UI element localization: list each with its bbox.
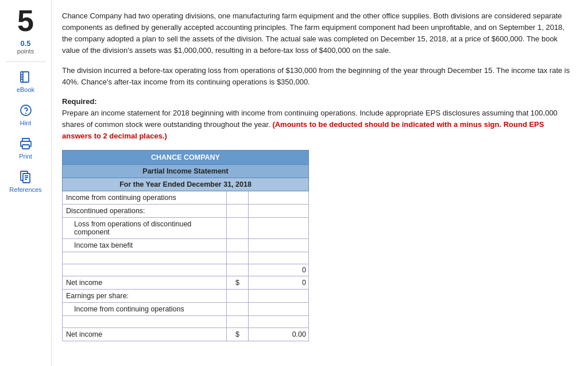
svg-rect-9 — [23, 174, 30, 183]
row-value-cell-7 — [249, 290, 309, 303]
financial-table: CHANCE COMPANY Partial Income Statement … — [62, 150, 309, 341]
row-value-cell-1 — [249, 205, 309, 218]
row-dollar-cell-2 — [227, 218, 249, 239]
references-icon — [17, 169, 33, 185]
table-row-7: Earnings per share: — [63, 290, 309, 303]
row-input-9-label[interactable] — [63, 316, 226, 328]
points-label: points — [17, 48, 34, 55]
row-value-cell-3 — [249, 239, 309, 252]
row-input-2[interactable] — [249, 222, 308, 234]
row-value-cell-2 — [249, 218, 309, 239]
sidebar-divider — [6, 61, 46, 62]
table-company-name: CHANCE COMPANY — [63, 151, 309, 165]
row-label-3: Income tax benefit — [63, 239, 227, 252]
svg-rect-7 — [22, 145, 29, 149]
table-row-4 — [63, 252, 309, 264]
row-dollar-cell-0 — [227, 191, 249, 205]
required-section: Required: Prepare an income statement fo… — [62, 96, 575, 142]
main-content: Chance Company had two operating divisio… — [52, 0, 588, 366]
problem-body2: The division incurred a before-tax opera… — [62, 65, 575, 88]
row-dollar-9 — [227, 316, 249, 328]
row-value-5: 0 — [249, 264, 309, 276]
print-icon — [18, 136, 34, 152]
sidebar: 5 0.5 points eBook — [0, 0, 52, 366]
row-label-1: Discontinued operations: — [63, 205, 227, 218]
row-label-6: Net income — [63, 276, 227, 290]
points-value: 0.5 — [20, 39, 30, 48]
table-row-2: Loss from operations of discontinued com… — [63, 218, 309, 239]
sidebar-item-hint[interactable]: Hint — [18, 102, 34, 126]
row-dollar-4 — [227, 252, 249, 264]
svg-point-5 — [21, 105, 31, 115]
row-dollar-cell-8 — [227, 303, 249, 316]
sidebar-item-ebook[interactable]: eBook — [17, 69, 34, 93]
sidebar-item-print[interactable]: Print — [18, 136, 34, 160]
row-value-cell-8 — [249, 303, 309, 316]
row-input-4-value[interactable] — [249, 252, 308, 264]
row-label-0: Income from continuing operations — [63, 191, 227, 205]
row-dollar-cell-6: $ — [227, 276, 249, 290]
table-statement-title: Partial Income Statement — [63, 165, 309, 178]
hint-label: Hint — [20, 120, 32, 126]
question-number: 5 — [17, 6, 34, 36]
row-label-8: Income from continuing operations — [63, 303, 227, 316]
hint-icon — [18, 102, 34, 118]
table-row-10: Net income$0.00 — [63, 328, 309, 341]
row-dollar-cell-7 — [227, 290, 249, 303]
row-input-5-label[interactable] — [63, 264, 226, 276]
row-label-2: Loss from operations of discontinued com… — [63, 218, 227, 239]
ebook-label: eBook — [17, 86, 34, 93]
row-label-7: Earnings per share: — [63, 290, 227, 303]
row-dollar-cell-3 — [227, 239, 249, 252]
row-dollar-5 — [227, 264, 249, 276]
row-input-3[interactable] — [249, 240, 308, 251]
table-row-1: Discontinued operations: — [63, 205, 309, 218]
row-input-0[interactable] — [249, 192, 308, 203]
row-input-4-label[interactable] — [63, 252, 226, 264]
table-row-9 — [63, 316, 309, 328]
income-statement-table: CHANCE COMPANY Partial Income Statement … — [62, 150, 309, 341]
table-date-range: For the Year Ended December 31, 2018 — [63, 178, 309, 191]
required-label: Required: — [62, 97, 97, 106]
sidebar-item-references[interactable]: References — [9, 169, 41, 193]
row-input-9-value[interactable] — [249, 316, 308, 328]
row-value-cell-6: 0 — [249, 276, 309, 290]
table-row-3: Income tax benefit — [63, 239, 309, 252]
references-label: References — [9, 186, 41, 193]
problem-body: Chance Company had two operating divisio… — [62, 10, 575, 57]
row-dollar-cell-10: $ — [227, 328, 249, 341]
row-dollar-cell-1 — [227, 205, 249, 218]
row-label-10: Net income — [63, 328, 227, 341]
row-input-8[interactable] — [249, 303, 308, 315]
book-icon — [17, 69, 33, 85]
row-value-cell-10: 0.00 — [249, 328, 309, 341]
print-label: Print — [19, 153, 32, 160]
table-row-0: Income from continuing operations — [63, 191, 309, 205]
table-row-8: Income from continuing operations — [63, 303, 309, 316]
row-value-cell-0 — [249, 191, 309, 205]
table-row-6: Net income$0 — [63, 276, 309, 290]
table-row-5: 0 — [63, 264, 309, 276]
